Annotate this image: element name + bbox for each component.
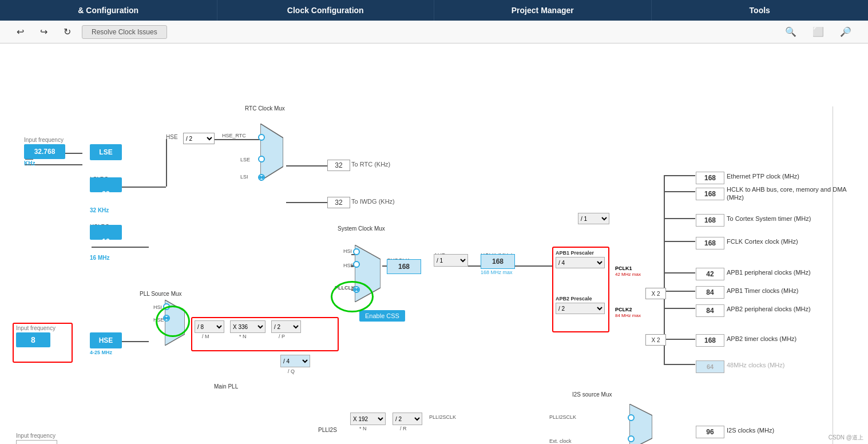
rtc-radio-lsi[interactable] <box>258 174 265 181</box>
lsi-conn-label: LSI <box>240 174 248 180</box>
apb1-per-val-box: 42 <box>696 268 724 280</box>
hsi-conn-label: HSI <box>343 248 352 254</box>
q-divider-select[interactable]: / 4 <box>280 355 310 367</box>
n-multiplier-select[interactable]: X 336 <box>230 320 265 333</box>
i2s-n-label: * N <box>359 426 367 431</box>
hse-freq-label: Input frequency <box>16 325 56 331</box>
i2s-val-box: 96 <box>696 426 724 438</box>
apb2-prescaler-label: APB2 Prescale <box>556 296 606 302</box>
pclk2-max: 84 MHz max <box>615 313 641 318</box>
resolve-clock-button[interactable]: Resolve Clock Issues <box>82 25 167 39</box>
nav-tools[interactable]: Tools <box>652 0 869 21</box>
hclk-val: 168 <box>481 254 515 269</box>
apb1-timer-label: APB1 Timer clocks (MHz) <box>727 287 798 294</box>
ahb-prescaler-select[interactable]: / 1 <box>434 254 468 267</box>
apb1-timer-val-box: 84 <box>696 286 724 299</box>
eth-val-box: 168 <box>696 172 724 184</box>
cortex-val-box: 168 <box>696 214 724 227</box>
p-label: / P <box>279 334 285 339</box>
enable-css-button[interactable]: Enable CSS <box>359 310 405 322</box>
hse-block[interactable] <box>90 332 122 348</box>
x2-apb2-box: X 2 <box>645 334 666 346</box>
48mhz-val-box: 64 <box>696 360 724 373</box>
nav-config[interactable]: & Configuration <box>0 0 217 21</box>
sys-radio-hsi[interactable] <box>353 248 360 255</box>
eth-label: Ethernet PTP clock (MHz) <box>727 173 799 180</box>
nav-clock[interactable]: Clock Configuration <box>217 0 435 21</box>
svg-marker-0 <box>260 124 283 181</box>
ext-freq-val[interactable]: 12.288 <box>16 440 57 444</box>
lse-conn-label: LSE <box>240 157 250 162</box>
cortex-div-select[interactable]: / 1 <box>578 213 609 224</box>
apb1-label: APB1 peripheral clocks (MHz) <box>727 269 811 276</box>
main-pll-label: Main PLL <box>214 383 238 390</box>
undo-button[interactable]: ↩ <box>11 23 29 40</box>
apb1-prescaler-select[interactable]: / 4 <box>556 257 605 268</box>
x2-apb1-box: X 2 <box>645 288 666 299</box>
apb2-per-val-box: 84 <box>696 304 724 317</box>
i2s-label: I2S clocks (MHz) <box>727 427 774 434</box>
apb2-label: APB2 peripheral clocks (MHz) <box>727 306 811 312</box>
pllclk-green-circle <box>331 281 374 312</box>
q-label: / Q <box>288 368 295 374</box>
zoom-in-button[interactable]: 🔍 <box>780 23 802 40</box>
rtc-val-box: 32 <box>327 160 350 171</box>
48mhz-label: 48MHz clocks (MHz) <box>727 362 784 368</box>
hsi-unit: 16 MHz <box>90 255 109 261</box>
hclk-max: 168 MHz max <box>481 269 515 275</box>
plli2s-label: PLLI2S <box>318 427 337 433</box>
i2s-source-label: I2S source Mux <box>572 391 612 398</box>
sys-radio-hse[interactable] <box>353 261 360 268</box>
rtc-mux-label: RTC Clock Mux <box>245 105 285 112</box>
m-label: / M <box>202 334 209 339</box>
rtc-radio-lse[interactable] <box>258 156 265 162</box>
m-divider-select[interactable]: / 8 <box>195 320 224 333</box>
hse-freq-val[interactable]: 8 <box>16 332 50 347</box>
zoom-out-button[interactable]: 🔎 <box>835 23 857 40</box>
apb2-prescaler-select[interactable]: / 2 <box>556 303 605 314</box>
i2s-n-select[interactable]: X 192 <box>350 413 386 425</box>
hse-div-select[interactable]: / 2 <box>184 135 214 142</box>
nav-project[interactable]: Project Manager <box>434 0 652 21</box>
p-divider-select[interactable]: / 2 <box>271 320 301 333</box>
hse-unit: 4-25 MHz <box>90 350 112 355</box>
i2s-radio-ext[interactable] <box>628 435 635 442</box>
toolbar: ↩ ↪ ↻ Resolve Clock Issues 🔍 ⬜ 🔎 <box>0 21 868 43</box>
lse-freq-label: Input frequency <box>24 137 65 143</box>
i2s-r-label: / R <box>400 426 407 431</box>
rtc-radio-hse[interactable] <box>258 134 265 141</box>
lse-block[interactable] <box>90 144 122 160</box>
hse-pll-green-circle <box>156 306 190 337</box>
fit-button[interactable]: ⬜ <box>807 23 829 40</box>
plli2sclk2-label: PLLI2SCLK <box>549 414 576 420</box>
hse-conn-label: HSE <box>166 134 178 140</box>
pclk2-label: PCLK2 <box>615 307 632 312</box>
fclk-val-box: 168 <box>696 237 724 249</box>
pclk1-max: 42 MHz max <box>615 272 641 277</box>
hclk-bus-label: HCLK to AHB bus, core, memory and DMA (M… <box>727 185 853 202</box>
apb1-prescaler-label: APB1 Prescaler <box>556 250 606 256</box>
lse-freq-val[interactable]: 32.768 <box>24 144 65 159</box>
i2s-radio-plli2s[interactable] <box>628 414 635 421</box>
plli2sclk-label: PLLI2SCLK <box>429 414 456 420</box>
n-label: * N <box>239 334 247 339</box>
hclk-bus-val-box: 168 <box>696 188 724 200</box>
pll-source-label: PLL Source Mux <box>140 291 182 297</box>
lsi-unit: 32 KHz <box>90 207 109 213</box>
rtc-mux-svg <box>260 124 283 181</box>
clock-diagram: Input frequency 32.768 KHz LSE LSI RC 32… <box>0 43 868 444</box>
cortex-label: To Cortex System timer (MHz) <box>727 215 811 222</box>
i2s-r-select[interactable]: / 2 <box>393 413 422 425</box>
hse-div2-box[interactable]: / 2 <box>183 133 215 144</box>
refresh-button[interactable]: ↻ <box>58 23 76 40</box>
lse-input-group: Input frequency 32.768 KHz <box>24 137 65 159</box>
redo-button[interactable]: ↪ <box>35 23 53 40</box>
iwdg-label: To IWDG (KHz) <box>351 198 395 205</box>
sysclk-val: 168 <box>387 259 421 274</box>
lse-unit: KHz <box>24 160 35 166</box>
ext-clock-label: Ext. clock <box>549 438 572 444</box>
pclk1-label: PCLK1 <box>615 265 632 271</box>
iwdg-val-box: 32 <box>327 197 350 208</box>
apb-prescaler-border: APB1 Prescaler / 4 APB2 Prescale / 2 <box>552 247 609 332</box>
rtc-label: To RTC (KHz) <box>351 161 390 168</box>
